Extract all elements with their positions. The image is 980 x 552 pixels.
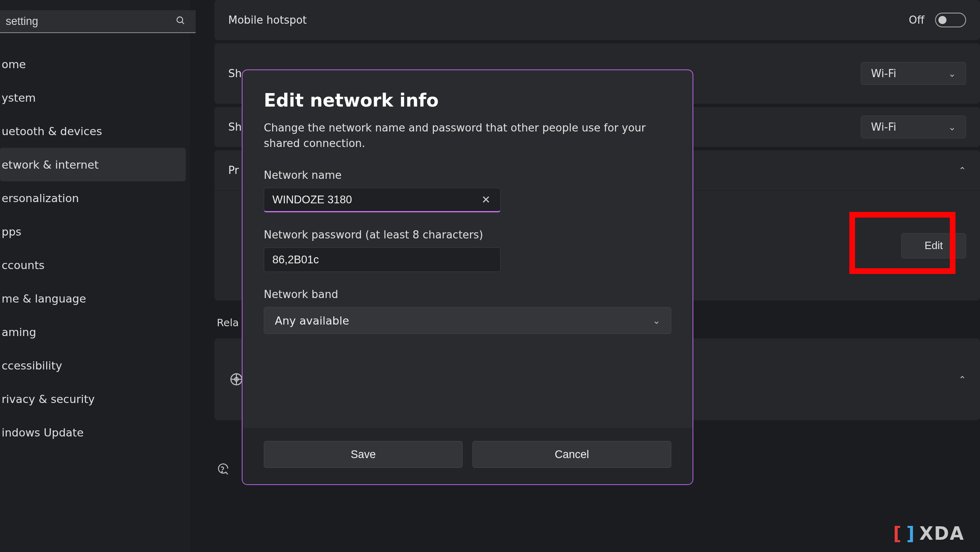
- sidebar-item-label: me & language: [2, 292, 86, 305]
- network-name-field-wrap: ✕: [264, 188, 501, 212]
- edit-button[interactable]: Edit: [901, 233, 966, 258]
- chevron-down-icon: ⌄: [949, 69, 956, 79]
- sidebar-item-label: uetooth & devices: [2, 125, 102, 138]
- sidebar-item-label: rivacy & security: [2, 393, 95, 405]
- sidebar-item-personalization[interactable]: ersonalization: [0, 181, 186, 215]
- dropdown-value: Wi-Fi: [871, 67, 896, 80]
- toggle-knob: [938, 16, 947, 24]
- sidebar-item-accounts[interactable]: ccounts: [0, 248, 186, 282]
- dropdown-value: Any available: [275, 314, 349, 327]
- network-band-label: Network band: [264, 288, 671, 300]
- sidebar-item-windows-update[interactable]: indows Update: [0, 416, 186, 449]
- chevron-up-icon: ⌃: [959, 165, 966, 176]
- sidebar-item-label: aming: [2, 326, 36, 338]
- svg-point-6: [222, 472, 223, 472]
- sidebar-item-accessibility[interactable]: ccessibility: [0, 349, 186, 382]
- share-from-dropdown[interactable]: Wi-Fi ⌄: [861, 62, 966, 85]
- sidebar-item-privacy[interactable]: rivacy & security: [0, 382, 186, 416]
- sidebar-item-label: ccessibility: [2, 359, 62, 372]
- share-from-label: Sh: [228, 67, 242, 80]
- sidebar-item-bluetooth[interactable]: uetooth & devices: [0, 114, 186, 148]
- bracket-left-icon: [: [893, 523, 902, 544]
- row-mobile-hotspot[interactable]: Mobile hotspot Off: [214, 0, 980, 40]
- search-row: [0, 10, 190, 33]
- dialog-description: Change the network name and password tha…: [264, 120, 671, 151]
- sidebar-item-gaming[interactable]: aming: [0, 315, 186, 349]
- sidebar-item-time-language[interactable]: me & language: [0, 282, 186, 315]
- cancel-button[interactable]: Cancel: [472, 441, 671, 468]
- sidebar-item-label: ystem: [2, 91, 36, 104]
- properties-label: Pr: [228, 164, 239, 176]
- chevron-down-icon: ⌄: [949, 122, 956, 132]
- sidebar-item-label: ccounts: [2, 259, 45, 272]
- sidebar: ome ystem uetooth & devices etwork & int…: [0, 0, 190, 552]
- network-password-input[interactable]: [272, 254, 492, 266]
- share-over-label: Sh: [228, 121, 242, 133]
- help-icon: [214, 461, 231, 477]
- network-band-dropdown[interactable]: Any available ⌄: [264, 307, 671, 334]
- sidebar-item-apps[interactable]: pps: [0, 215, 186, 248]
- sidebar-item-system[interactable]: ystem: [0, 81, 186, 114]
- watermark-text: XDA: [920, 523, 965, 544]
- clear-name-icon[interactable]: ✕: [480, 194, 492, 206]
- network-name-input[interactable]: [272, 194, 480, 206]
- xda-watermark: [ ] XDA: [893, 523, 964, 544]
- edit-network-dialog: Edit network info Change the network nam…: [242, 69, 693, 485]
- chevron-down-icon: ⌄: [653, 316, 660, 326]
- save-button[interactable]: Save: [264, 441, 463, 468]
- sidebar-item-label: etwork & internet: [2, 158, 99, 171]
- sidebar-item-network[interactable]: etwork & internet: [0, 148, 186, 181]
- hotspot-toggle[interactable]: [935, 13, 966, 27]
- chevron-up-icon: ⌃: [959, 374, 966, 385]
- dropdown-value: Wi-Fi: [871, 121, 896, 133]
- sidebar-item-label: pps: [2, 225, 21, 238]
- hotspot-toggle-state: Off: [909, 14, 924, 26]
- network-name-label: Network name: [264, 169, 671, 181]
- mobile-hotspot-label: Mobile hotspot: [228, 14, 307, 26]
- bracket-right-icon: ]: [906, 523, 915, 544]
- search-input[interactable]: [0, 10, 196, 33]
- network-password-field-wrap: [264, 247, 501, 272]
- network-password-label: Network password (at least 8 characters): [264, 229, 671, 241]
- sidebar-item-label: ersonalization: [2, 192, 79, 205]
- dialog-footer: Save Cancel: [243, 428, 693, 484]
- dialog-title: Edit network info: [264, 90, 671, 111]
- sidebar-item-home[interactable]: ome: [0, 47, 186, 81]
- sidebar-item-label: ome: [2, 58, 26, 71]
- sidebar-item-label: indows Update: [2, 426, 84, 439]
- share-over-dropdown[interactable]: Wi-Fi ⌄: [861, 116, 966, 138]
